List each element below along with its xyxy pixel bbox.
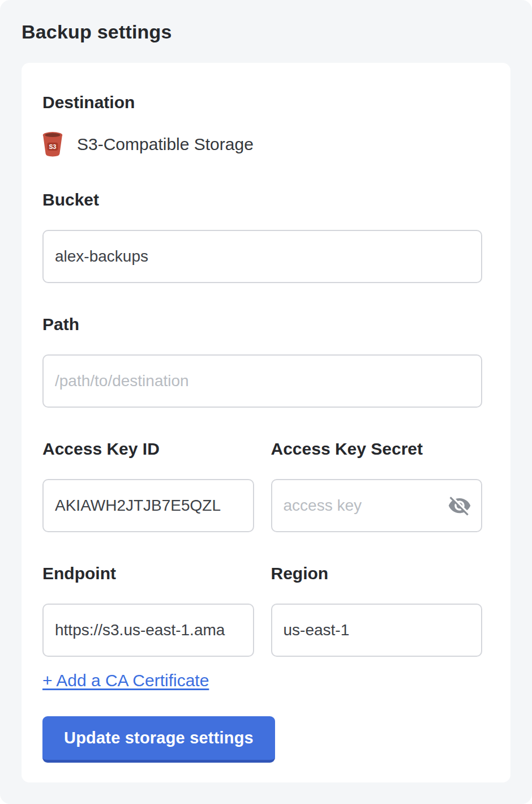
bucket-label: Bucket <box>42 190 482 210</box>
toggle-secret-visibility-button[interactable] <box>445 491 474 520</box>
access-key-id-field: Access Key ID <box>42 439 254 532</box>
region-input[interactable] <box>271 604 483 657</box>
destination-row: S3 S3-Compatible Storage <box>42 131 482 158</box>
page-title: Backup settings <box>22 20 510 43</box>
svg-text:S3: S3 <box>49 143 57 150</box>
endpoint-input[interactable] <box>42 604 254 657</box>
access-key-id-input[interactable] <box>42 479 254 532</box>
access-key-secret-field: Access Key Secret <box>271 439 483 532</box>
endpoint-region-row: Endpoint Region <box>42 563 482 671</box>
endpoint-field: Endpoint <box>42 563 254 657</box>
destination-value: S3-Compatible Storage <box>77 134 254 155</box>
s3-bucket-icon: S3 <box>42 131 63 157</box>
path-label: Path <box>42 314 482 335</box>
bucket-input[interactable] <box>42 230 482 283</box>
path-field: Path <box>42 314 482 408</box>
bucket-field: Bucket <box>42 190 482 283</box>
backup-settings-card: Destination S3 S3-Compatible Storage Buc… <box>22 63 510 782</box>
destination-label: Destination <box>42 92 482 113</box>
access-key-id-label: Access Key ID <box>42 439 254 459</box>
path-input[interactable] <box>42 354 482 408</box>
region-field: Region <box>271 563 483 657</box>
backup-settings-page: Backup settings Destination S3 S3-Compat… <box>0 0 532 804</box>
update-storage-settings-button[interactable]: Update storage settings <box>42 716 275 763</box>
eye-off-icon <box>448 494 471 518</box>
endpoint-label: Endpoint <box>42 563 254 584</box>
region-label: Region <box>271 563 483 584</box>
access-key-secret-label: Access Key Secret <box>271 439 483 459</box>
add-ca-certificate-link[interactable]: + Add a CA Certificate <box>42 671 209 690</box>
access-keys-row: Access Key ID Access Key Secret <box>42 439 482 563</box>
